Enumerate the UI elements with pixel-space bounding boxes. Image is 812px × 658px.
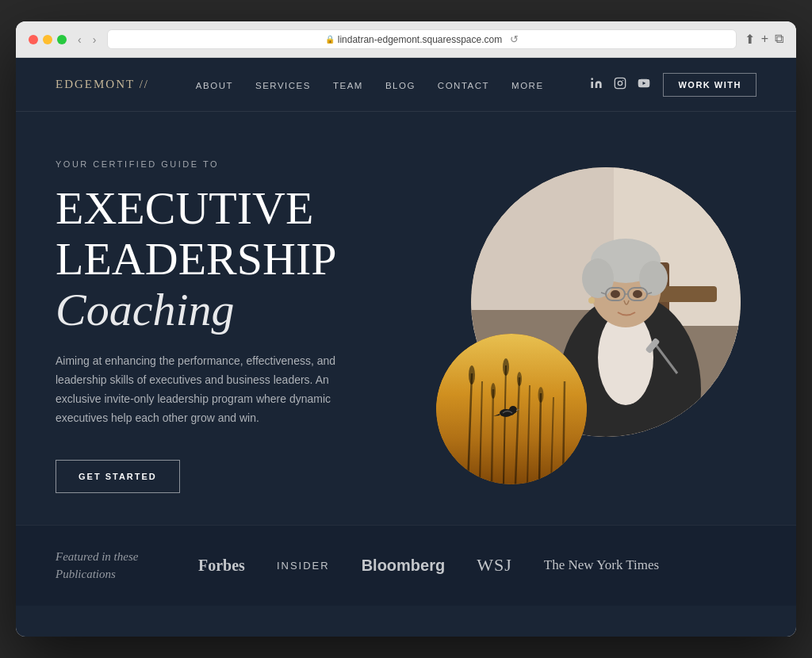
nav-services[interactable]: SERVICES [255, 81, 311, 90]
site-logo[interactable]: EDGEMONT // [56, 78, 149, 91]
hero-title-italic: Coaching [56, 284, 235, 335]
nav-contact[interactable]: CONTACT [438, 81, 489, 90]
nyt-logo: The New York Times [544, 557, 659, 573]
svg-point-44 [538, 387, 544, 403]
nav-more[interactable]: MORE [511, 81, 544, 90]
browser-chrome: ‹ › 🔒 lindatran-edgemont.squaresspace.co… [16, 21, 796, 58]
svg-point-17 [639, 261, 668, 296]
hero-eyebrow: YOUR CERTIFIED GUIDE TO [56, 159, 420, 169]
maximize-button[interactable] [57, 35, 67, 44]
address-bar[interactable]: 🔒 lindatran-edgemont.squaresspace.com ↺ [107, 29, 736, 49]
browser-actions: ⬆ + ⧉ [745, 32, 783, 47]
lock-icon: 🔒 [325, 35, 335, 44]
social-links [590, 77, 650, 92]
publications-bar: Featured in these Publications Forbes IN… [16, 525, 796, 606]
svg-point-27 [588, 297, 595, 304]
share-icon[interactable]: ⬆ [745, 32, 755, 47]
forbes-logo: Forbes [198, 557, 245, 575]
back-button[interactable]: ‹ [75, 32, 85, 48]
wsj-logo: WSJ [477, 555, 512, 576]
forward-button[interactable]: › [90, 32, 100, 48]
bloomberg-logo: Bloomberg [362, 557, 446, 575]
nav-team[interactable]: TEAM [333, 81, 363, 90]
linkedin-icon[interactable] [590, 77, 603, 92]
url-text: lindatran-edgemont.squaresspace.com [338, 34, 502, 45]
instagram-icon[interactable] [614, 77, 626, 92]
reload-icon[interactable]: ↺ [510, 33, 519, 45]
hero-title-line2: LEADERSHIP Coaching [56, 234, 420, 335]
svg-point-42 [503, 358, 509, 376]
tabs-icon[interactable]: ⧉ [775, 32, 783, 47]
svg-point-41 [491, 383, 496, 399]
publication-logos: Forbes INSIDER Bloomberg WSJ The New Yor… [198, 555, 756, 576]
browser-window: ‹ › 🔒 lindatran-edgemont.squaresspace.co… [16, 21, 796, 637]
hero-images [420, 159, 756, 492]
youtube-icon[interactable] [638, 77, 650, 92]
svg-point-40 [469, 365, 475, 384]
hero-content: YOUR CERTIFIED GUIDE TO EXECUTIVE LEADER… [56, 159, 420, 493]
hero-title: EXECUTIVE LEADERSHIP Coaching [56, 183, 420, 335]
insider-logo: INSIDER [277, 560, 330, 572]
svg-point-3 [622, 80, 623, 81]
website-content: EDGEMONT // ABOUT SERVICES TEAM BLOG CON… [16, 58, 796, 637]
svg-point-43 [517, 372, 522, 386]
hero-title-line1: EXECUTIVE [56, 183, 420, 234]
hero-description: Aiming at enhancing the performance, eff… [56, 352, 357, 427]
svg-rect-1 [615, 78, 626, 88]
hero-section: YOUR CERTIFIED GUIDE TO EXECUTIVE LEADER… [16, 112, 796, 525]
svg-point-2 [619, 81, 622, 85]
svg-point-47 [509, 406, 517, 414]
nav-links: ABOUT SERVICES TEAM BLOG CONTACT MORE [196, 78, 544, 92]
svg-point-0 [592, 78, 594, 80]
minimize-button[interactable] [43, 35, 52, 44]
pub-label-line2: Publications [56, 568, 116, 580]
nature-circle [436, 334, 587, 484]
nav-blog[interactable]: BLOG [385, 81, 416, 90]
new-tab-icon[interactable]: + [761, 32, 768, 47]
navigation: EDGEMONT // ABOUT SERVICES TEAM BLOG CON… [16, 58, 796, 112]
nav-about[interactable]: ABOUT [196, 81, 233, 90]
close-button[interactable] [29, 35, 38, 44]
traffic-lights [29, 35, 67, 44]
publications-label: Featured in these Publications [56, 548, 198, 583]
get-started-button[interactable]: GET STARTED [56, 460, 180, 493]
svg-point-24 [633, 290, 642, 298]
svg-point-23 [611, 290, 620, 298]
work-with-button[interactable]: WORK WITH [663, 73, 756, 97]
svg-point-16 [582, 258, 614, 298]
browser-controls: ‹ › [75, 32, 99, 48]
pub-label-line1: Featured in these [56, 550, 138, 563]
